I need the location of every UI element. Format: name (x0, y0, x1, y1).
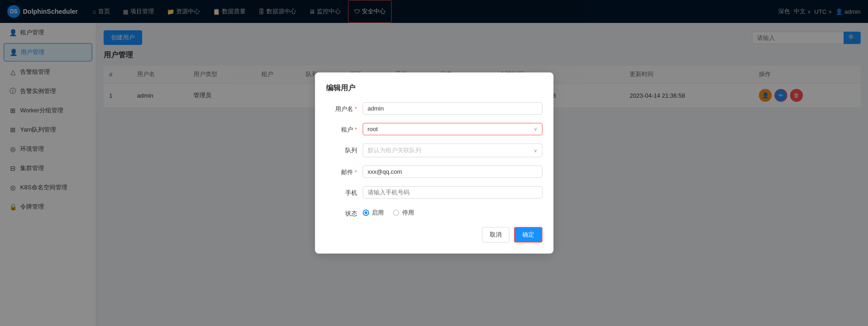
tenant-select[interactable]: root ∨ (363, 123, 542, 135)
tenant-chevron: ∨ (534, 126, 537, 132)
form-row-tenant: 租户 * root ∨ (326, 123, 542, 135)
username-input[interactable] (363, 102, 542, 115)
status-radio-group: 启用 停用 (363, 207, 542, 217)
form-row-status: 状态 启用 停用 (326, 207, 542, 218)
username-label: 用户名 * (326, 102, 363, 113)
email-label: 邮件 * (326, 166, 363, 177)
status-disable-option[interactable]: 停用 (393, 209, 414, 217)
queue-placeholder: 默认为租户关联队列 (368, 146, 421, 155)
disable-radio-indicator (393, 210, 399, 216)
tenant-control: root ∨ (363, 123, 542, 135)
form-row-email: 邮件 * (326, 166, 542, 178)
status-control: 启用 停用 (363, 207, 542, 217)
required-mark: * (354, 105, 357, 112)
form-row-phone: 手机 (326, 186, 542, 199)
tenant-value: root (368, 126, 378, 133)
queue-chevron: ∨ (534, 148, 537, 154)
enable-radio-indicator (363, 210, 369, 216)
form-row-queue: 队列 默认为租户关联队列 ∨ (326, 144, 542, 157)
phone-control (363, 186, 542, 199)
disable-label: 停用 (402, 209, 414, 217)
modal-title: 编辑用户 (326, 83, 542, 93)
edit-user-modal: 编辑用户 用户名 * 租户 * root ∨ (315, 72, 553, 254)
queue-control: 默认为租户关联队列 ∨ (363, 144, 542, 157)
status-label: 状态 (326, 207, 363, 218)
email-input[interactable] (363, 166, 542, 178)
tenant-label: 租户 * (326, 123, 363, 134)
cancel-button[interactable]: 取消 (482, 227, 509, 243)
modal-footer: 取消 确定 (326, 227, 542, 243)
form-row-username: 用户名 * (326, 102, 542, 115)
modal-overlay[interactable]: 编辑用户 用户名 * 租户 * root ∨ (0, 0, 868, 326)
phone-input[interactable] (363, 186, 542, 199)
queue-label: 队列 (326, 144, 363, 155)
enable-label: 启用 (372, 209, 384, 217)
status-enable-option[interactable]: 启用 (363, 209, 384, 217)
username-control (363, 102, 542, 115)
email-control (363, 166, 542, 178)
required-mark-tenant: * (354, 126, 357, 133)
queue-select[interactable]: 默认为租户关联队列 ∨ (363, 144, 542, 157)
phone-label: 手机 (326, 186, 363, 197)
required-mark-email: * (354, 169, 357, 176)
confirm-button[interactable]: 确定 (514, 227, 542, 243)
